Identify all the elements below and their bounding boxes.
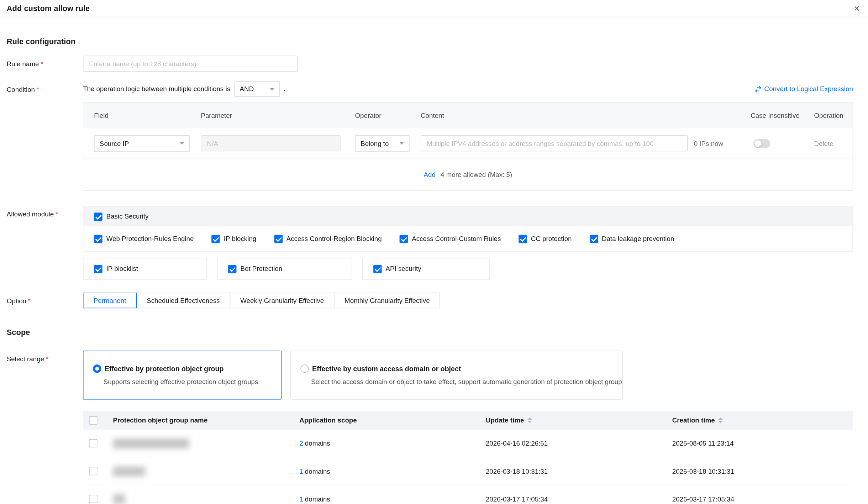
checkbox-icon bbox=[94, 264, 102, 273]
range-card-protection-object-group[interactable]: Effective by protection object group Sup… bbox=[83, 351, 282, 400]
delete-button[interactable]: Delete bbox=[814, 140, 833, 147]
rule-name-row: Rule name* bbox=[7, 56, 853, 72]
domains-link[interactable]: 1 bbox=[299, 467, 303, 475]
option-label: Option* bbox=[7, 293, 83, 305]
convert-to-logical-expression-link[interactable]: Convert to Logical Expression bbox=[754, 85, 853, 93]
add-condition-link[interactable]: Add bbox=[424, 171, 436, 179]
section-title-scope: Scope bbox=[7, 328, 853, 337]
row-checkbox[interactable] bbox=[89, 495, 97, 503]
tab-monthly-granularity-effective[interactable]: Monthly Granularity Effective bbox=[334, 293, 440, 308]
option-row: Option* Permanent Scheduled Effectivenes… bbox=[7, 293, 853, 308]
add-condition-hint: 4 more allowed (Max: 5) bbox=[441, 171, 512, 179]
add-custom-allow-rule-dialog: Add custom allow rule × Rule configurati… bbox=[0, 0, 868, 504]
required-mark: * bbox=[28, 297, 31, 305]
table-row: 2 domains 2026-04-16 02:26:51 2025-08-05… bbox=[83, 430, 853, 457]
module-box-ip-blocklist: IP blocklist bbox=[83, 258, 207, 280]
module-box-bot-protection: Bot Protection bbox=[217, 258, 352, 280]
checkbox-ip-blocklist[interactable]: IP blocklist bbox=[94, 264, 138, 273]
checkbox-cc-protection[interactable]: CC protection bbox=[519, 235, 572, 243]
range-card-custom-access-domain[interactable]: Effective by custom access domain or obj… bbox=[290, 351, 622, 400]
operator-select[interactable]: Belong to bbox=[355, 135, 410, 152]
checkbox-access-control-region-blocking[interactable]: Access Control-Region Blocking bbox=[274, 235, 382, 243]
header-creation-time: Creation time bbox=[672, 416, 715, 424]
header-case-insensitive: Case Insensitive bbox=[751, 111, 814, 119]
condition-table-row: Source IP Belong to bbox=[84, 128, 853, 159]
chevron-down-icon bbox=[270, 88, 274, 90]
required-mark: * bbox=[41, 60, 43, 68]
checkbox-data-leakage-prevention[interactable]: Data leakage prevention bbox=[590, 235, 674, 243]
checkbox-icon bbox=[94, 235, 102, 243]
allowed-module-row: Allowed module* Basic Security Web Prote… bbox=[7, 206, 853, 280]
required-mark: * bbox=[46, 355, 48, 363]
creation-time-cell: 2025-08-05 11:23:14 bbox=[672, 439, 853, 447]
chevron-down-icon bbox=[180, 142, 184, 145]
domains-link[interactable]: 1 bbox=[299, 495, 303, 503]
checkbox-icon bbox=[274, 235, 282, 243]
condition-table-header: Field Parameter Operator Content Case In… bbox=[84, 103, 853, 128]
rule-name-label: Rule name* bbox=[7, 56, 83, 68]
checkbox-web-protection-rules-engine[interactable]: Web Protection-Rules Engine bbox=[94, 235, 194, 243]
header-field: Field bbox=[84, 111, 201, 119]
checkbox-bot-protection[interactable]: Bot Protection bbox=[228, 264, 282, 273]
domains-suffix: domains bbox=[303, 439, 330, 447]
condition-label: Condition* bbox=[7, 81, 83, 93]
update-time-cell: 2026-03-18 10:31:31 bbox=[486, 467, 672, 475]
table-row: 1 domains 2026-03-18 10:31:31 2026-03-18… bbox=[83, 457, 853, 485]
domains-link[interactable]: 2 bbox=[299, 439, 303, 447]
case-insensitive-toggle[interactable] bbox=[753, 139, 770, 148]
select-range-row: Select range* Effective by protection ob… bbox=[7, 351, 853, 504]
checkbox-access-control-custom-rules[interactable]: Access Control-Custom Rules bbox=[400, 235, 501, 243]
checkbox-icon bbox=[400, 235, 408, 243]
checkbox-api-security[interactable]: API security bbox=[373, 264, 421, 273]
tab-weekly-granularity-effective[interactable]: Weekly Granularity Effective bbox=[230, 293, 335, 308]
table-row: 1 domains 2026-03-17 17:05:34 2026-03-17… bbox=[83, 485, 853, 504]
logic-operator-select[interactable]: AND bbox=[234, 81, 280, 97]
radio-icon bbox=[93, 364, 101, 373]
content-input[interactable] bbox=[421, 135, 688, 151]
checkbox-icon bbox=[519, 235, 527, 243]
condition-logic-line: The operation logic between multiple con… bbox=[83, 81, 853, 97]
range-card-title: Effective by protection object group bbox=[105, 365, 223, 373]
tab-scheduled-effectiveness[interactable]: Scheduled Effectiveness bbox=[136, 293, 231, 308]
required-mark: * bbox=[56, 210, 58, 218]
creation-time-cell: 2026-03-18 10:31:31 bbox=[672, 467, 853, 475]
redacted-group-name bbox=[113, 438, 189, 448]
range-card-description: Select the access domain or object to ta… bbox=[311, 378, 622, 386]
condition-logic-text: The operation logic between multiple con… bbox=[83, 85, 230, 93]
domains-suffix: domains bbox=[303, 467, 330, 475]
header-application-scope: Application scope bbox=[299, 416, 486, 424]
sort-icon[interactable] bbox=[718, 418, 723, 423]
close-icon[interactable]: × bbox=[854, 3, 859, 13]
header-parameter: Parameter bbox=[201, 111, 355, 119]
ip-count-text: 0 IPs now bbox=[694, 140, 723, 147]
row-checkbox[interactable] bbox=[89, 467, 97, 475]
header-protection-object-group-name: Protection object group name bbox=[113, 416, 299, 424]
condition-add-row: Add 4 more allowed (Max: 5) bbox=[84, 159, 853, 190]
field-select-value: Source IP bbox=[100, 140, 129, 147]
header-update-time: Update time bbox=[486, 416, 524, 424]
select-range-label: Select range* bbox=[7, 351, 83, 363]
module-box-api-security: API security bbox=[362, 258, 490, 280]
tab-permanent[interactable]: Permanent bbox=[83, 293, 137, 308]
sort-icon[interactable] bbox=[527, 418, 532, 423]
dialog-title: Add custom allow rule bbox=[7, 4, 90, 13]
redacted-group-name bbox=[113, 494, 125, 504]
checkbox-ip-blocking[interactable]: IP blocking bbox=[211, 235, 256, 243]
update-time-cell: 2026-04-16 02:26:51 bbox=[486, 439, 672, 447]
header-operation: Operation bbox=[814, 111, 852, 119]
creation-time-cell: 2026-03-17 17:05:34 bbox=[672, 495, 853, 503]
domains-suffix: domains bbox=[303, 495, 330, 503]
checkbox-icon bbox=[373, 264, 382, 273]
checkbox-basic-security[interactable]: Basic Security bbox=[94, 212, 148, 220]
select-all-checkbox[interactable] bbox=[89, 416, 97, 424]
checkbox-icon bbox=[94, 212, 102, 220]
allowed-module-label: Allowed module* bbox=[7, 206, 83, 218]
convert-icon bbox=[754, 85, 761, 93]
row-checkbox[interactable] bbox=[89, 439, 97, 447]
redacted-group-name bbox=[113, 466, 145, 476]
range-card-description: Supports selecting effective protection … bbox=[104, 378, 281, 386]
section-title-rule-configuration: Rule configuration bbox=[7, 37, 853, 46]
field-select[interactable]: Source IP bbox=[94, 135, 190, 152]
update-time-cell: 2026-03-17 17:05:34 bbox=[486, 495, 672, 503]
rule-name-input[interactable] bbox=[83, 56, 298, 72]
